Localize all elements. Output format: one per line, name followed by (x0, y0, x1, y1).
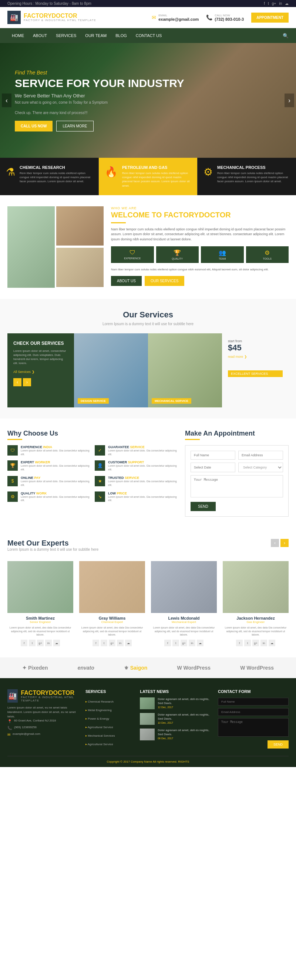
service-link-agricultural[interactable]: Agricultural Service (85, 725, 113, 729)
appt-date-category-row: Select Category Chemical Research Metal … (190, 463, 283, 472)
expert-lewis: Lewis Mcdonald Mechanical Expert Lorem i… (151, 561, 217, 646)
footer-email-input[interactable] (218, 708, 289, 716)
gray-name: Gray Williams (79, 616, 145, 620)
service-link-mechanical[interactable]: Mechanical Services (85, 734, 115, 737)
email-input[interactable] (238, 451, 283, 460)
service-link-agricultural2[interactable]: Agricultural Service (85, 743, 113, 746)
jackson-gplus[interactable]: g+ (252, 640, 259, 646)
experts-title: Meet Our Experts (7, 539, 98, 547)
guarantee-icon: ✓ (95, 445, 105, 455)
service-link-power[interactable]: Power & Energy (85, 717, 109, 721)
phone-label: CALL NOW (215, 14, 244, 17)
appointment-title: Make An Appointment (185, 430, 289, 438)
gray-facebook[interactable]: f (92, 640, 99, 646)
nav-services[interactable]: SERVICES (51, 28, 81, 43)
lewis-cloud[interactable]: ☁ (197, 640, 204, 646)
full-name-input[interactable] (190, 451, 235, 460)
lewis-linkedin[interactable]: in (189, 640, 195, 646)
gray-twitter[interactable]: t (101, 640, 107, 646)
customer-icon: 👤 (95, 460, 105, 471)
rights-colored: RIGHTS (178, 760, 189, 763)
hero-next-arrow[interactable]: › (285, 94, 294, 107)
footer-name-input[interactable] (218, 698, 289, 706)
appointment-button[interactable]: APPOINTMENT (251, 13, 289, 22)
nav-home[interactable]: HOME (7, 28, 28, 43)
price-value: $45 (228, 343, 283, 353)
news-thumb-1 (140, 697, 155, 709)
address-icon: 📍 (7, 719, 12, 723)
gray-photo (79, 561, 145, 613)
cloud-link[interactable]: ☁ (285, 2, 289, 6)
our-services-button[interactable]: OUR SERVICES (145, 276, 184, 286)
jackson-role: Gas Engineer (223, 620, 289, 624)
service-image-2: MECHANICAL SERVICE (148, 333, 222, 407)
read-more-link[interactable]: read more ❯ (228, 355, 247, 358)
mechanical-title: MECHANICAL PROCESS (217, 165, 290, 170)
gray-gplus[interactable]: g+ (109, 640, 116, 646)
nav-our-team[interactable]: OUR TEAM (81, 28, 111, 43)
customer-title: CUSTOMER SUPPORT (108, 460, 177, 464)
smith-gplus[interactable]: g+ (37, 640, 44, 646)
chemical-content: CHEMICAL RESEARCH Rem liber tempor cum s… (20, 165, 92, 184)
gray-linkedin[interactable]: in (117, 640, 123, 646)
hero-prev-arrow[interactable]: ‹ (2, 94, 11, 107)
service-prev-button[interactable]: ‹ (13, 378, 21, 386)
service-next-button[interactable]: › (23, 378, 31, 386)
jackson-cloud[interactable]: ☁ (269, 640, 275, 646)
send-button[interactable]: SEND (190, 502, 216, 511)
smith-linkedin[interactable]: in (45, 640, 52, 646)
service-image-label-1: DESIGN SERVICE (78, 398, 109, 404)
jackson-photo (223, 561, 289, 613)
partner-pixeden: ✦ Pixeden (22, 665, 48, 671)
all-services-link[interactable]: All Services ❯ (13, 370, 68, 374)
jackson-twitter[interactable]: t (244, 640, 251, 646)
facebook-link[interactable]: f (264, 2, 265, 6)
footer-send-button[interactable]: SEND (268, 740, 289, 749)
petroleum-icon: 🔥 (105, 166, 118, 178)
lewis-role: Mechanical Expert (151, 620, 217, 624)
message-textarea[interactable] (190, 475, 283, 497)
our-services-section: Our Services Lorem Ipsum is a dummy text… (0, 299, 296, 418)
smith-twitter[interactable]: t (29, 640, 35, 646)
experts-next-button[interactable]: › (280, 539, 289, 547)
experts-prev-button[interactable]: ‹ (271, 539, 279, 547)
header: 🏭 FACTORYDOCTOR FACTORY & INDUSTRIAL HTM… (0, 7, 296, 28)
services-subtitle: Lorem Ipsum is a dummy text it will use … (7, 322, 289, 326)
nav-list: HOME ABOUT SERVICES OUR TEAM BLOG CONTAC… (7, 28, 166, 43)
nav-contact[interactable]: CONTACT US (131, 28, 166, 43)
trophy-icon: 🏆 (174, 249, 181, 256)
service-link-metal[interactable]: Metal Engineering (85, 708, 112, 712)
welcome-images (7, 206, 104, 288)
footer-email: ✉ example@gmail.com (7, 732, 78, 737)
category-select[interactable]: Select Category Chemical Research Metal … (238, 463, 283, 472)
welcome-buttons: ABOUT US OUR SERVICES (111, 276, 289, 286)
service-link-chemical[interactable]: Chemical Research (85, 700, 114, 703)
guarantee-title: GUARANTEE SERVICE (108, 445, 177, 449)
search-icon[interactable]: 🔍 (283, 33, 289, 38)
gray-cloud[interactable]: ☁ (125, 640, 132, 646)
email-value: example@gmail.com (158, 17, 199, 21)
smith-cloud[interactable]: ☁ (53, 640, 60, 646)
low-price-desc: Lorem ipsum dolor sit amet dolo. Gia con… (108, 495, 177, 503)
learn-more-button[interactable]: LEARN MORE (56, 121, 93, 132)
nav-blog[interactable]: BLOG (111, 28, 131, 43)
service-banner-petroleum: 🔥 PETROLEUM AND GAS Rem liber tempor cum… (99, 158, 198, 195)
jackson-linkedin[interactable]: in (261, 640, 267, 646)
brand-sub: FACTORY & INDUSTRIAL HTML TEMPLATE (24, 19, 96, 22)
call-us-button[interactable]: CALL US NOW (15, 121, 52, 132)
lewis-twitter[interactable]: t (173, 640, 179, 646)
lewis-facebook[interactable]: f (164, 640, 171, 646)
smith-facebook[interactable]: f (21, 640, 27, 646)
nav-about[interactable]: ABOUT (28, 28, 51, 43)
jackson-facebook[interactable]: f (236, 640, 243, 646)
twitter-link[interactable]: t (268, 2, 269, 6)
date-input[interactable] (190, 463, 235, 472)
footer-message-textarea[interactable] (218, 718, 289, 737)
lewis-gplus[interactable]: g+ (180, 640, 187, 646)
gplus-link[interactable]: g+ (272, 2, 276, 6)
linkedin-link[interactable]: in (279, 2, 282, 6)
about-button[interactable]: ABOUT US (111, 276, 142, 286)
footer-phone: 📞 (969) 123899256 (7, 725, 78, 730)
experts-navigation: ‹ › (271, 539, 289, 547)
welcome-desc: Nam liber tempor cum soluta nobis eleife… (111, 227, 289, 242)
